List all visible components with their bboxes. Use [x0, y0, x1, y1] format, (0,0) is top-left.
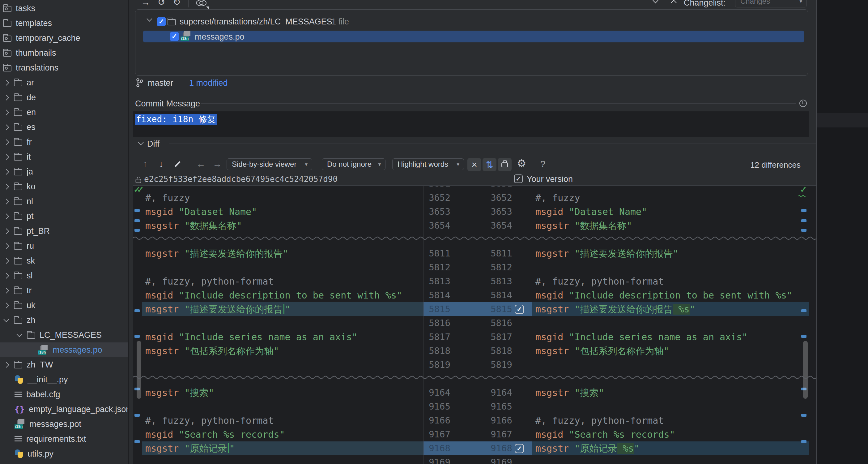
- change-stripe-mark[interactable]: [801, 309, 806, 312]
- eye-icon[interactable]: [196, 0, 207, 6]
- previous-difference-icon[interactable]: ↑: [143, 159, 148, 169]
- apply-change-checkbox[interactable]: ✓: [515, 305, 524, 314]
- chevron-down-icon[interactable]: [17, 331, 22, 337]
- sidebar-item-utils-py[interactable]: utils.py: [0, 446, 128, 461]
- diff-line[interactable]: msgstr "描述要发送给你的报告": [142, 246, 423, 260]
- sidebar-item-sl[interactable]: sl: [0, 268, 128, 283]
- sidebar-item-pt-br[interactable]: pt_BR: [0, 224, 128, 238]
- previous-file-icon[interactable]: ←: [196, 159, 206, 169]
- sidebar-item-de[interactable]: de: [0, 90, 128, 105]
- disable-editing-button[interactable]: [498, 158, 512, 171]
- sidebar-item-temporary-cache[interactable]: temporary_cache: [0, 31, 128, 46]
- diff-line[interactable]: #, fuzzy, python-format: [142, 274, 423, 288]
- history-icon[interactable]: [799, 99, 807, 107]
- highlight-mode-select[interactable]: Highlight words▾: [392, 158, 464, 170]
- diff-line[interactable]: #, fuzzy, python-format: [532, 413, 809, 428]
- diff-left-pane[interactable]: #, fuzzy msgid "Dataset Name" msgstr "数据…: [142, 186, 423, 464]
- sidebar-item-templates[interactable]: templates: [0, 16, 128, 31]
- sidebar-item-requirements-txt[interactable]: requirements.txt: [0, 432, 128, 446]
- sidebar-item-ko[interactable]: ko: [0, 179, 128, 194]
- chevron-right-icon[interactable]: [3, 228, 9, 234]
- sidebar-item-thumbnails[interactable]: thumbnails: [0, 46, 128, 60]
- your-version-checkbox[interactable]: ✓: [514, 174, 523, 183]
- change-stripe-mark[interactable]: [801, 229, 806, 232]
- chevron-right-icon[interactable]: [3, 80, 9, 85]
- diff-line[interactable]: msgid "Include series name as an axis": [532, 330, 809, 344]
- change-stripe-mark[interactable]: [801, 335, 806, 338]
- diff-line[interactable]: msgid "Include series name as an axis": [142, 330, 423, 344]
- sidebar-item-empty-language-pack-json[interactable]: {}empty_language_pack.json: [0, 402, 128, 417]
- change-stripe-mark[interactable]: [801, 440, 806, 443]
- chevron-right-icon[interactable]: [3, 213, 9, 219]
- change-stripe-mark[interactable]: [134, 219, 140, 222]
- sidebar-item-ru[interactable]: ru: [0, 238, 128, 253]
- diff-line[interactable]: msgstr "包括系列名称作为轴": [142, 344, 423, 358]
- sidebar-item-translations[interactable]: translations: [0, 60, 128, 75]
- chevron-right-icon[interactable]: [3, 302, 9, 308]
- diff-line[interactable]: msgid "Include description to be sent wi…: [532, 288, 809, 302]
- help-icon[interactable]: ?: [540, 159, 545, 169]
- gear-icon[interactable]: ⚙: [517, 158, 526, 168]
- changed-file-name[interactable]: messages.po: [195, 31, 245, 42]
- sidebar-item-uk[interactable]: uk: [0, 298, 128, 313]
- sidebar-item-it[interactable]: it: [0, 149, 128, 164]
- change-stripe-mark[interactable]: [134, 335, 140, 338]
- file-checkbox[interactable]: ✓: [170, 32, 179, 41]
- change-stripe-mark[interactable]: [801, 414, 806, 417]
- sidebar-item-pt[interactable]: pt: [0, 209, 128, 224]
- change-stripe-mark[interactable]: [801, 209, 806, 212]
- chevron-right-icon[interactable]: [3, 258, 9, 264]
- apply-change-checkbox[interactable]: ✓: [515, 444, 524, 453]
- chevron-right-icon[interactable]: [3, 243, 9, 249]
- chevron-right-icon[interactable]: [3, 110, 9, 115]
- diff-section-label[interactable]: Diff: [147, 139, 159, 148]
- right-scrollbar-thumb[interactable]: [803, 341, 808, 399]
- diff-line[interactable]: msgstr "搜索": [532, 386, 809, 400]
- diff-line[interactable]: #, fuzzy: [532, 191, 809, 205]
- edit-icon[interactable]: [174, 160, 182, 168]
- move-to-changelist-icon[interactable]: →: [141, 0, 150, 7]
- revision-hash[interactable]: e2c25f533ef2ee8addcbe67495ec4c5242057d90: [144, 174, 338, 185]
- chevron-down-icon[interactable]: [3, 316, 9, 322]
- sidebar-item-en[interactable]: en: [0, 105, 128, 120]
- commit-message-editor[interactable]: fixed: i18n 修复: [133, 111, 809, 137]
- rollback-icon[interactable]: ↺: [158, 0, 165, 7]
- chevron-right-icon[interactable]: [3, 273, 9, 279]
- chevron-right-icon[interactable]: [3, 139, 9, 145]
- sidebar-item-nl[interactable]: nl: [0, 194, 128, 209]
- diff-line[interactable]: msgid "Search %s records": [532, 428, 809, 441]
- sidebar-item-tr[interactable]: tr: [0, 283, 128, 298]
- diff-line[interactable]: msgstr "描述要发送给你的报告 %s": [532, 302, 809, 316]
- diff-line[interactable]: #, fuzzy: [142, 191, 423, 205]
- diff-line[interactable]: msgstr "数据集名称": [532, 219, 809, 233]
- diff-line[interactable]: msgstr "搜索": [142, 386, 423, 400]
- diff-line[interactable]: msgstr "数据集名称": [142, 219, 423, 233]
- sidebar-item-tasks[interactable]: tasks: [0, 1, 128, 16]
- changelist-select[interactable]: Changes ▾: [735, 0, 807, 7]
- change-stripe-mark[interactable]: [801, 219, 806, 222]
- sidebar-item-zh-tw[interactable]: zh_TW: [0, 357, 128, 372]
- diff-line[interactable]: msgid "Dataset Name": [142, 205, 423, 219]
- chevron-right-icon[interactable]: [3, 154, 9, 160]
- chevron-right-icon[interactable]: [3, 169, 9, 174]
- branch-name[interactable]: master: [148, 77, 174, 88]
- left-scrollbar-thumb[interactable]: [136, 341, 141, 399]
- sidebar-item-es[interactable]: es: [0, 120, 128, 135]
- collapsed-region-separator[interactable]: [133, 235, 816, 241]
- sidebar-item-lc-messages[interactable]: LC_MESSAGES: [0, 327, 128, 342]
- commit-message-text[interactable]: fixed: i18n 修复: [135, 114, 217, 125]
- diff-line[interactable]: msgid "Dataset Name": [532, 205, 809, 219]
- next-difference-icon[interactable]: ↓: [159, 159, 163, 169]
- chevron-right-icon[interactable]: [3, 362, 9, 368]
- diff-line[interactable]: #, fuzzy, python-format: [142, 413, 423, 428]
- change-stripe-mark[interactable]: [134, 229, 140, 232]
- sidebar-item-init-py[interactable]: __init__.py: [0, 372, 128, 387]
- sidebar-item-babel-cfg[interactable]: babel.cfg: [0, 387, 128, 402]
- diff-line[interactable]: #, fuzzy, python-format: [532, 274, 809, 288]
- change-stripe-mark[interactable]: [134, 309, 140, 312]
- sidebar-item-messages-pot[interactable]: i18nmessages.pot: [0, 417, 128, 432]
- next-file-icon[interactable]: →: [213, 159, 222, 169]
- refresh-icon[interactable]: ↻: [173, 0, 181, 7]
- collapse-unchanged-button[interactable]: ×: [467, 158, 481, 171]
- chevron-down-icon[interactable]: [653, 0, 658, 3]
